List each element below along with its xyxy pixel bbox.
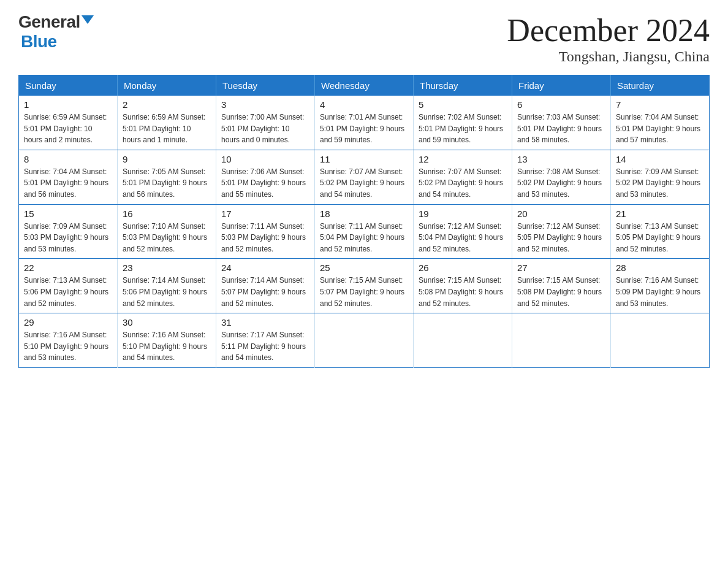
calendar-day-0-3: 4Sunrise: 7:01 AM Sunset: 5:01 PM Daylig…: [315, 96, 414, 150]
day-number: 3: [221, 99, 309, 110]
logo-triangle-icon: [82, 15, 94, 24]
day-info: Sunrise: 7:08 AM Sunset: 5:02 PM Dayligh…: [517, 166, 605, 201]
calendar-day-4-5: [512, 313, 611, 368]
day-info: Sunrise: 7:04 AM Sunset: 5:01 PM Dayligh…: [24, 166, 112, 201]
day-number: 8: [24, 154, 112, 164]
calendar-day-0-1: 2Sunrise: 6:59 AM Sunset: 5:01 PM Daylig…: [118, 96, 216, 150]
day-number: 15: [24, 209, 112, 219]
day-number: 16: [123, 209, 211, 219]
day-info: Sunrise: 7:07 AM Sunset: 5:02 PM Dayligh…: [419, 166, 507, 201]
calendar-day-0-4: 5Sunrise: 7:02 AM Sunset: 5:01 PM Daylig…: [414, 96, 512, 150]
day-info: Sunrise: 7:12 AM Sunset: 5:04 PM Dayligh…: [419, 221, 507, 255]
day-number: 24: [221, 262, 309, 273]
calendar-day-2-2: 17Sunrise: 7:11 AM Sunset: 5:03 PM Dayli…: [216, 204, 315, 259]
day-number: 26: [419, 262, 507, 273]
header-right: December 2024 Tongshan, Jiangsu, China: [507, 12, 710, 65]
calendar-day-1-1: 9Sunrise: 7:05 AM Sunset: 5:01 PM Daylig…: [118, 150, 216, 204]
col-wednesday: Wednesday: [315, 75, 414, 96]
calendar-day-1-3: 11Sunrise: 7:07 AM Sunset: 5:02 PM Dayli…: [315, 150, 414, 204]
day-number: 12: [419, 154, 507, 164]
day-info: Sunrise: 7:11 AM Sunset: 5:03 PM Dayligh…: [221, 221, 309, 255]
calendar-day-3-5: 27Sunrise: 7:15 AM Sunset: 5:08 PM Dayli…: [512, 259, 611, 313]
day-info: Sunrise: 7:01 AM Sunset: 5:01 PM Dayligh…: [320, 112, 408, 146]
day-info: Sunrise: 7:00 AM Sunset: 5:01 PM Dayligh…: [221, 112, 309, 146]
calendar-week-2: 8Sunrise: 7:04 AM Sunset: 5:01 PM Daylig…: [19, 150, 710, 204]
day-number: 27: [517, 262, 605, 273]
col-tuesday: Tuesday: [216, 75, 315, 96]
col-sunday: Sunday: [19, 75, 118, 96]
day-info: Sunrise: 7:11 AM Sunset: 5:04 PM Dayligh…: [320, 221, 408, 255]
day-info: Sunrise: 7:06 AM Sunset: 5:01 PM Dayligh…: [221, 166, 309, 201]
day-number: 18: [320, 209, 408, 219]
day-info: Sunrise: 7:12 AM Sunset: 5:05 PM Dayligh…: [517, 221, 605, 255]
day-info: Sunrise: 7:15 AM Sunset: 5:07 PM Dayligh…: [320, 275, 408, 309]
calendar-day-2-4: 19Sunrise: 7:12 AM Sunset: 5:04 PM Dayli…: [414, 204, 512, 259]
calendar-day-4-0: 29Sunrise: 7:16 AM Sunset: 5:10 PM Dayli…: [19, 313, 118, 368]
page: General Blue December 2024 Tongshan, Jia…: [0, 0, 728, 563]
day-number: 7: [616, 99, 704, 110]
calendar-week-4: 22Sunrise: 7:13 AM Sunset: 5:06 PM Dayli…: [19, 259, 710, 313]
calendar-day-4-4: [414, 313, 512, 368]
calendar-day-3-1: 23Sunrise: 7:14 AM Sunset: 5:06 PM Dayli…: [118, 259, 216, 313]
day-number: 23: [123, 262, 211, 273]
calendar-day-3-2: 24Sunrise: 7:14 AM Sunset: 5:07 PM Dayli…: [216, 259, 315, 313]
day-number: 30: [123, 317, 211, 327]
day-number: 5: [419, 99, 507, 110]
calendar-day-0-6: 7Sunrise: 7:04 AM Sunset: 5:01 PM Daylig…: [611, 96, 710, 150]
day-info: Sunrise: 7:03 AM Sunset: 5:01 PM Dayligh…: [517, 112, 605, 146]
calendar-day-1-0: 8Sunrise: 7:04 AM Sunset: 5:01 PM Daylig…: [19, 150, 118, 204]
calendar-day-0-2: 3Sunrise: 7:00 AM Sunset: 5:01 PM Daylig…: [216, 96, 315, 150]
calendar-day-0-5: 6Sunrise: 7:03 AM Sunset: 5:01 PM Daylig…: [512, 96, 611, 150]
day-info: Sunrise: 7:09 AM Sunset: 5:03 PM Dayligh…: [24, 221, 112, 255]
calendar-day-3-4: 26Sunrise: 7:15 AM Sunset: 5:08 PM Dayli…: [414, 259, 512, 313]
month-title: December 2024: [507, 12, 710, 48]
calendar-day-1-4: 12Sunrise: 7:07 AM Sunset: 5:02 PM Dayli…: [414, 150, 512, 204]
calendar-day-2-3: 18Sunrise: 7:11 AM Sunset: 5:04 PM Dayli…: [315, 204, 414, 259]
calendar-day-2-5: 20Sunrise: 7:12 AM Sunset: 5:05 PM Dayli…: [512, 204, 611, 259]
day-info: Sunrise: 7:16 AM Sunset: 5:10 PM Dayligh…: [123, 329, 211, 364]
day-info: Sunrise: 7:16 AM Sunset: 5:09 PM Dayligh…: [616, 275, 704, 309]
calendar-table: Sunday Monday Tuesday Wednesday Thursday…: [18, 75, 710, 368]
day-info: Sunrise: 7:04 AM Sunset: 5:01 PM Dayligh…: [616, 112, 704, 146]
calendar-day-1-2: 10Sunrise: 7:06 AM Sunset: 5:01 PM Dayli…: [216, 150, 315, 204]
calendar-day-1-5: 13Sunrise: 7:08 AM Sunset: 5:02 PM Dayli…: [512, 150, 611, 204]
day-info: Sunrise: 6:59 AM Sunset: 5:01 PM Dayligh…: [123, 112, 211, 146]
day-number: 21: [616, 209, 704, 219]
col-saturday: Saturday: [611, 75, 710, 96]
day-number: 29: [24, 317, 112, 327]
day-number: 11: [320, 154, 408, 164]
calendar-day-3-3: 25Sunrise: 7:15 AM Sunset: 5:07 PM Dayli…: [315, 259, 414, 313]
day-info: Sunrise: 7:14 AM Sunset: 5:07 PM Dayligh…: [221, 275, 309, 309]
col-monday: Monday: [118, 75, 216, 96]
calendar-day-3-6: 28Sunrise: 7:16 AM Sunset: 5:09 PM Dayli…: [611, 259, 710, 313]
day-number: 4: [320, 99, 408, 110]
day-info: Sunrise: 7:09 AM Sunset: 5:02 PM Dayligh…: [616, 166, 704, 201]
day-number: 6: [517, 99, 605, 110]
calendar-week-3: 15Sunrise: 7:09 AM Sunset: 5:03 PM Dayli…: [19, 204, 710, 259]
col-thursday: Thursday: [414, 75, 512, 96]
logo-blue-text: Blue: [21, 32, 57, 52]
logo: General Blue: [18, 12, 94, 52]
calendar-day-4-3: [315, 313, 414, 368]
header: General Blue December 2024 Tongshan, Jia…: [18, 12, 710, 65]
day-info: Sunrise: 7:13 AM Sunset: 5:05 PM Dayligh…: [616, 221, 704, 255]
day-number: 13: [517, 154, 605, 164]
day-info: Sunrise: 7:16 AM Sunset: 5:10 PM Dayligh…: [24, 329, 112, 364]
calendar-day-1-6: 14Sunrise: 7:09 AM Sunset: 5:02 PM Dayli…: [611, 150, 710, 204]
day-info: Sunrise: 7:17 AM Sunset: 5:11 PM Dayligh…: [221, 329, 309, 364]
day-number: 20: [517, 209, 605, 219]
day-number: 2: [123, 99, 211, 110]
calendar-day-2-1: 16Sunrise: 7:10 AM Sunset: 5:03 PM Dayli…: [118, 204, 216, 259]
calendar-day-4-1: 30Sunrise: 7:16 AM Sunset: 5:10 PM Dayli…: [118, 313, 216, 368]
calendar-day-0-0: 1Sunrise: 6:59 AM Sunset: 5:01 PM Daylig…: [19, 96, 118, 150]
day-number: 14: [616, 154, 704, 164]
day-info: Sunrise: 7:02 AM Sunset: 5:01 PM Dayligh…: [419, 112, 507, 146]
day-info: Sunrise: 7:10 AM Sunset: 5:03 PM Dayligh…: [123, 221, 211, 255]
day-number: 31: [221, 317, 309, 327]
day-number: 19: [419, 209, 507, 219]
day-info: Sunrise: 7:05 AM Sunset: 5:01 PM Dayligh…: [123, 166, 211, 201]
day-number: 17: [221, 209, 309, 219]
day-number: 28: [616, 262, 704, 273]
calendar-day-2-6: 21Sunrise: 7:13 AM Sunset: 5:05 PM Dayli…: [611, 204, 710, 259]
day-number: 9: [123, 154, 211, 164]
